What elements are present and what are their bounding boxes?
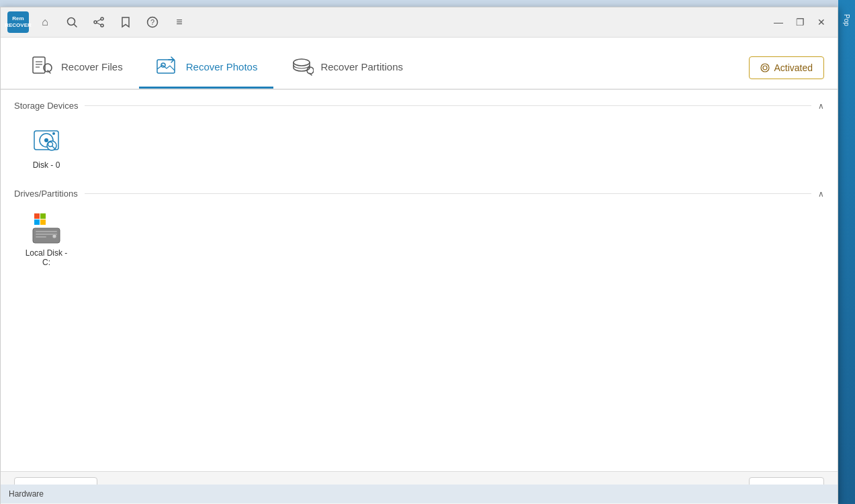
drives-partitions-divider (85, 193, 811, 194)
svg-point-0 (68, 18, 75, 26)
disk-0-item[interactable]: Disk - 0 (19, 119, 73, 175)
share-icon[interactable] (88, 11, 109, 33)
status-bar: Hardware (1, 485, 838, 503)
disk-0-label: Disk - 0 (33, 160, 60, 170)
recover-partitions-icon (289, 54, 314, 79)
svg-point-3 (94, 21, 97, 23)
storage-devices-collapse-icon[interactable]: ∧ (818, 101, 824, 111)
svg-rect-30 (36, 231, 57, 232)
minimize-button[interactable]: — (769, 13, 788, 32)
svg-point-15 (294, 59, 310, 66)
window-controls: — ❐ ✕ (769, 13, 831, 32)
storage-devices-grid: Disk - 0 (14, 119, 824, 175)
title-bar-left: Rem RECOVER ⌂ (7, 11, 190, 33)
local-disk-c-item[interactable]: Local Disk - C: (19, 207, 73, 272)
storage-devices-title: Storage Devices (14, 101, 78, 111)
drives-partitions-title: Drives/Partitions (14, 189, 78, 199)
drives-partitions-collapse-icon[interactable]: ∧ (818, 189, 824, 199)
storage-devices-header: Storage Devices ∧ (14, 101, 824, 111)
svg-point-16 (761, 64, 769, 72)
sidebar-expand-btn[interactable]: Pop (838, 0, 855, 40)
title-bar: Rem RECOVER ⌂ (1, 7, 838, 38)
tabs-container: Recover Files Recover Photos (14, 46, 419, 89)
app-window: Rem RECOVER ⌂ (0, 7, 838, 504)
svg-rect-25 (34, 213, 40, 219)
logo-line1: Rem (5, 15, 32, 22)
svg-rect-9 (33, 57, 45, 73)
recover-files-icon (30, 54, 54, 79)
svg-point-4 (101, 24, 103, 27)
drives-partitions-grid: Local Disk - C: (14, 207, 824, 272)
tab-recover-partitions-label: Recover Partitions (320, 61, 403, 72)
disk-0-icon (30, 124, 62, 156)
svg-point-20 (44, 138, 48, 142)
svg-rect-32 (36, 236, 46, 238)
tab-recover-files[interactable]: Recover Files (14, 46, 139, 89)
tab-recover-files-label: Recover Files (61, 61, 123, 72)
title-bar-nav: ⌂ (34, 11, 190, 33)
tab-recover-partitions[interactable]: Recover Partitions (273, 46, 419, 89)
svg-point-21 (52, 132, 55, 135)
drives-partitions-section: Drives/Partitions ∧ (14, 189, 824, 272)
svg-point-2 (101, 17, 103, 20)
storage-devices-section: Storage Devices ∧ (14, 101, 824, 175)
svg-point-33 (52, 234, 56, 238)
bookmark-icon[interactable] (115, 11, 136, 33)
svg-text:?: ? (150, 18, 154, 26)
app-logo: Rem RECOVER (7, 11, 29, 33)
help-icon[interactable]: ? (142, 11, 163, 33)
maximize-button[interactable]: ❐ (791, 13, 809, 32)
tab-bar: Recover Files Recover Photos (1, 38, 838, 90)
tab-recover-photos-label: Recover Photos (186, 61, 258, 72)
logo-line2: RECOVER (5, 22, 32, 29)
svg-rect-28 (40, 219, 46, 225)
svg-line-6 (97, 23, 101, 25)
svg-line-1 (75, 25, 77, 28)
svg-line-5 (97, 19, 101, 21)
app-logo-icon: Rem RECOVER (7, 11, 29, 33)
search-icon[interactable] (61, 11, 83, 33)
local-disk-c-icon (30, 212, 62, 244)
home-icon[interactable]: ⌂ (34, 11, 56, 33)
activated-button[interactable]: Activated (749, 56, 824, 79)
right-sidebar: Pop (838, 0, 855, 504)
activated-label: Activated (774, 62, 813, 73)
svg-rect-26 (40, 213, 46, 219)
local-disk-c-label: Local Disk - C: (25, 248, 68, 267)
recover-photos-icon (155, 54, 179, 79)
close-button[interactable]: ✕ (812, 13, 831, 32)
svg-rect-27 (34, 219, 40, 225)
drives-partitions-header: Drives/Partitions ∧ (14, 189, 824, 199)
content-area: Storage Devices ∧ (1, 90, 838, 471)
hardware-status-text: Hardware (9, 489, 44, 499)
tab-recover-photos[interactable]: Recover Photos (139, 46, 274, 89)
storage-devices-divider (85, 105, 811, 106)
menu-icon[interactable]: ≡ (169, 11, 190, 33)
svg-point-17 (763, 66, 767, 70)
